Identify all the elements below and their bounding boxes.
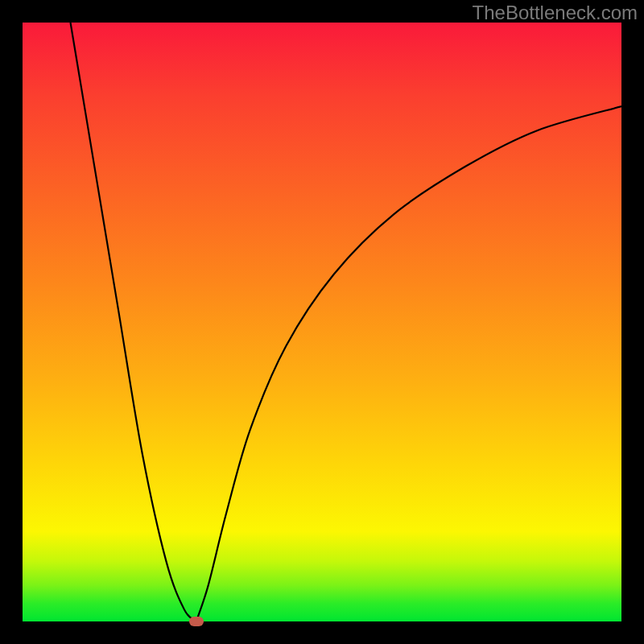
curve-left-branch xyxy=(71,23,196,621)
watermark-text: TheBottleneck.com xyxy=(473,2,638,24)
curve-right-branch xyxy=(196,106,621,621)
chart-plot-area xyxy=(23,23,621,621)
chart-frame: TheBottleneck.com xyxy=(0,0,644,644)
minimum-marker xyxy=(189,617,204,626)
chart-curve-svg xyxy=(23,23,621,621)
